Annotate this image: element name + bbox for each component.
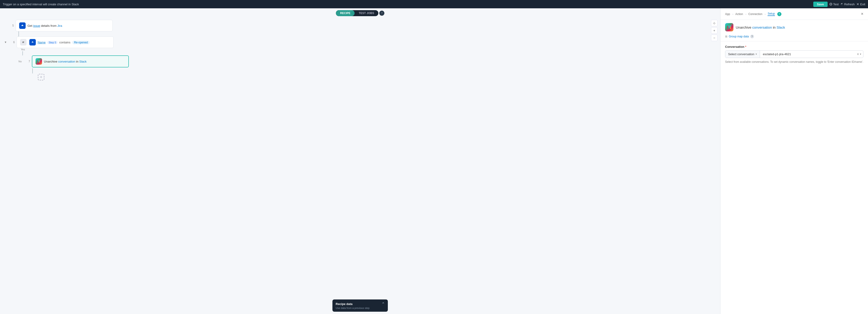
select-chevron-icon: ▾	[755, 53, 757, 56]
select-conversation-dropdown[interactable]: Select conversation ▾	[725, 51, 760, 58]
branch-no-label-area: No	[19, 60, 22, 63]
step-5-text: Get issue details from Jira	[28, 24, 62, 28]
recipe-data-toggle[interactable]: ⌃	[381, 302, 384, 306]
svg-rect-16	[730, 28, 731, 29]
svg-rect-6	[38, 61, 39, 62]
step-5-icon	[19, 22, 26, 29]
svg-rect-8	[39, 62, 40, 63]
canvas-area: RECIPE TEST JOBS ? ⊹ + − 5	[0, 8, 720, 314]
breadcrumb-arrow-1: →	[731, 13, 734, 15]
step-6-num: 6	[8, 41, 15, 44]
right-panel-slack-icon	[725, 23, 734, 31]
conversation-hint: Select from available conversations. To …	[725, 60, 863, 64]
conversation-expand-icon: ▾	[860, 53, 861, 56]
jira-small-icon	[31, 40, 34, 44]
step-6-text: Name Step 5 contains Re-opened	[38, 41, 90, 44]
zoom-fit-icon: ⊹	[713, 21, 716, 25]
step-6-row: ▼ 6 IF Name Step 5	[7, 36, 146, 48]
tab-test-jobs[interactable]: TEST JOBS	[354, 10, 378, 16]
zoom-out-button[interactable]: −	[711, 35, 717, 41]
zoom-fit-button[interactable]: ⊹	[711, 20, 717, 26]
conversation-field: Select conversation ▾ esclated-p1-jira-4…	[725, 50, 863, 58]
test-button[interactable]: Test	[830, 3, 839, 6]
zoom-controls: ⊹ + −	[711, 20, 717, 41]
step-7-card[interactable]: Unarchive conversation in Slack	[32, 55, 129, 67]
recipe-data-subtitle: Use data from a previous step	[336, 307, 384, 309]
refresh-button[interactable]: Refresh	[840, 3, 855, 6]
connector-5-6	[7, 31, 146, 36]
right-panel: App → Action → Connection → Setup ? ×	[720, 8, 868, 314]
step-6-card[interactable]: IF Name Step 5 contains Re-opened	[17, 36, 114, 48]
top-bar-actions: Save Test Refresh ✕ Exit	[813, 2, 865, 7]
slack-app-icon	[727, 25, 732, 30]
svg-rect-17	[730, 27, 731, 28]
conversation-value: esclated-p1-jira-4621	[760, 51, 857, 58]
svg-rect-13	[730, 25, 731, 26]
breadcrumb-setup[interactable]: Setup	[768, 12, 775, 16]
svg-rect-5	[39, 60, 40, 61]
conversation-label: Conversation *	[725, 45, 863, 49]
step-5-card[interactable]: Get issue details from Jira	[16, 20, 113, 31]
main-layout: RECIPE TEST JOBS ? ⊹ + − 5	[0, 8, 868, 314]
breadcrumb-arrow-2: →	[744, 13, 747, 15]
step-6-if-icon: IF	[20, 39, 27, 45]
svg-rect-15	[728, 28, 730, 29]
svg-rect-7	[38, 62, 39, 63]
step-7-num: 7	[23, 60, 30, 63]
breadcrumb-arrow-3: →	[764, 13, 766, 15]
save-button[interactable]: Save	[813, 2, 828, 7]
svg-rect-12	[728, 25, 730, 26]
svg-rect-3	[37, 61, 38, 61]
exit-button[interactable]: ✕ Exit	[857, 2, 865, 6]
breadcrumb-action[interactable]: Action	[735, 12, 743, 16]
collapse-toggle[interactable]: ▼	[4, 41, 8, 44]
branch-yes-area: Yes	[7, 48, 146, 55]
breadcrumb-app[interactable]: App	[725, 12, 730, 16]
refresh-icon	[840, 3, 843, 5]
group-map-label[interactable]: Group map data	[729, 35, 749, 38]
zoom-in-icon: +	[713, 29, 715, 32]
connector-dot	[32, 72, 33, 73]
recipe-data-title: Recipe data	[336, 302, 352, 306]
test-icon	[830, 3, 832, 5]
slack-icon	[37, 60, 41, 63]
select-placeholder: Select conversation	[728, 53, 754, 56]
jira-icon	[20, 24, 25, 28]
right-panel-close-button[interactable]: ×	[861, 11, 863, 17]
conversation-value-text: esclated-p1-jira-4621	[763, 53, 791, 56]
required-indicator: *	[745, 45, 746, 49]
conversation-field-actions: × ▾	[857, 51, 863, 58]
tab-recipe[interactable]: RECIPE	[336, 10, 354, 16]
group-map-row: ⊞ Group map data ?	[720, 34, 868, 41]
step-7-row: No 7	[7, 55, 146, 67]
tab-help-icon[interactable]: ?	[379, 11, 384, 16]
svg-rect-10	[727, 28, 728, 28]
zoom-in-button[interactable]: +	[711, 27, 717, 34]
step-6-jira-icon	[29, 39, 36, 45]
workflow: 5 Get issue details from Jira	[7, 20, 146, 80]
svg-rect-2	[37, 62, 38, 62]
recipe-data-header: Recipe data ⌃	[336, 302, 384, 306]
svg-rect-11	[727, 26, 728, 28]
breadcrumb-help-icon[interactable]: ?	[777, 12, 781, 16]
step-7-slack-icon	[36, 58, 42, 65]
right-panel-app-row: Unarchive conversation in Slack	[720, 20, 868, 34]
svg-rect-9	[39, 61, 40, 62]
step-7-text: Unarchive conversation in Slack	[44, 60, 87, 63]
step-5-num: 5	[7, 24, 14, 27]
zoom-out-icon: −	[713, 36, 715, 40]
branch-yes-row: Yes	[20, 48, 146, 55]
right-panel-app-title: Unarchive conversation in Slack	[736, 25, 785, 29]
svg-rect-14	[728, 27, 730, 28]
recipe-data-panel: Recipe data ⌃ Use data from a previous s…	[333, 300, 388, 312]
step-5-row: 5 Get issue details from Jira	[7, 20, 146, 31]
tab-pill: RECIPE TEST JOBS	[336, 10, 378, 16]
top-bar: Trigger on a specified interval will cre…	[0, 0, 868, 8]
breadcrumb-connection[interactable]: Connection	[748, 12, 763, 16]
add-step-area: +	[7, 74, 146, 80]
conversation-clear-button[interactable]: ×	[857, 53, 859, 56]
group-map-icon: ⊞	[725, 35, 727, 38]
connector-line-5-6	[19, 31, 19, 36]
group-map-help[interactable]: ?	[750, 35, 754, 38]
add-step-button[interactable]: +	[38, 74, 44, 80]
